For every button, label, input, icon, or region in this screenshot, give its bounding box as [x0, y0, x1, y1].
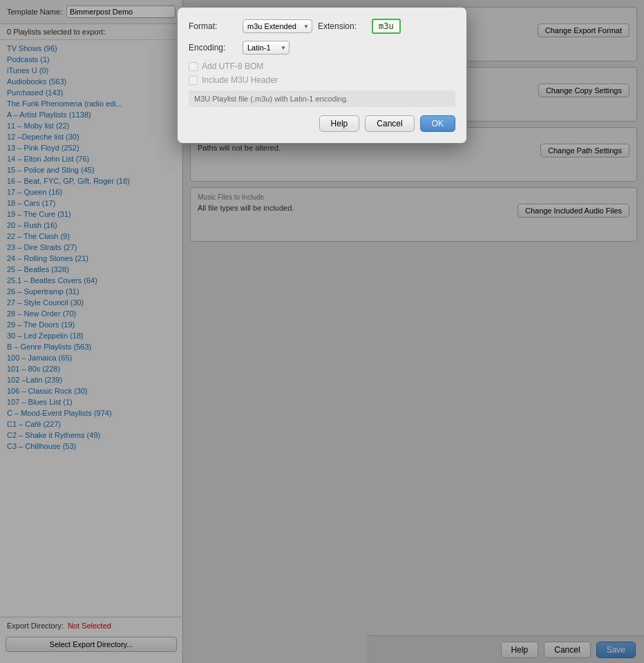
dialog-format-label: Format:	[189, 21, 237, 31]
format-dialog: Format: m3u Extendedm3uplswplxspf Extens…	[177, 7, 467, 144]
include-header-label: Include M3U Header	[202, 75, 278, 85]
dialog-help-button[interactable]: Help	[319, 115, 360, 132]
encoding-select[interactable]: Latin-1UTF-8UTF-16	[243, 41, 290, 55]
add-bom-row: Add UTF-8 BOM	[189, 61, 455, 71]
dialog-overlay: Format: m3u Extendedm3uplswplxspf Extens…	[0, 0, 644, 663]
dialog-format-row: Format: m3u Extendedm3uplswplxspf Extens…	[189, 19, 455, 34]
add-bom-label: Add UTF-8 BOM	[202, 61, 263, 71]
encoding-select-wrapper: Latin-1UTF-8UTF-16	[243, 41, 290, 55]
dialog-extension-label: Extension:	[318, 21, 366, 31]
format-select[interactable]: m3u Extendedm3uplswplxspf	[243, 19, 312, 33]
dialog-cancel-button[interactable]: Cancel	[365, 115, 414, 132]
dialog-description: M3U Playlist file (.m3u) with Latin-1 en…	[189, 90, 455, 107]
dialog-buttons: Help Cancel OK	[189, 115, 455, 132]
dialog-ok-button[interactable]: OK	[420, 115, 455, 132]
include-header-checkbox[interactable]	[189, 76, 198, 85]
include-header-row: Include M3U Header	[189, 75, 455, 85]
dialog-encoding-row: Encoding: Latin-1UTF-8UTF-16	[189, 41, 455, 55]
dialog-encoding-label: Encoding:	[189, 43, 237, 52]
add-bom-checkbox[interactable]	[189, 62, 198, 71]
extension-value: m3u	[372, 19, 401, 34]
format-select-wrapper: m3u Extendedm3uplswplxspf	[243, 19, 312, 33]
